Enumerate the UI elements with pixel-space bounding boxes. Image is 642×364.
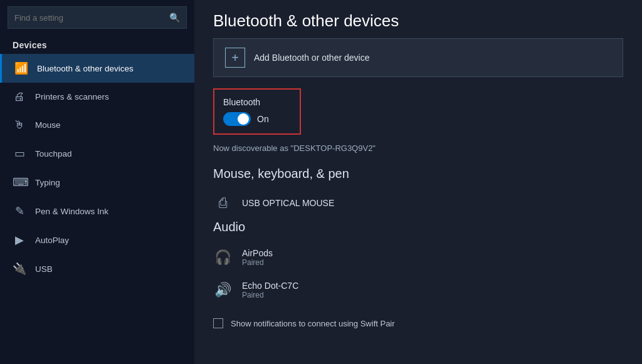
search-box[interactable]: 🔍 [8,6,187,29]
sidebar-item-typing[interactable]: ⌨ Typing [0,168,194,197]
main-content: Bluetooth & other devices + Add Bluetoot… [194,0,642,364]
device-name-airpods: AirPods [242,248,273,258]
swift-pair-row: Show notifications to connect using Swif… [213,312,623,328]
pen-icon: ✎ [13,204,26,218]
printer-icon: 🖨 [13,90,26,103]
sidebar-item-usb[interactable]: 🔌 USB [0,254,194,283]
bluetooth-icon: 📶 [14,61,28,75]
sidebar-item-label: Printers & scanners [35,92,109,101]
sidebar-item-label: Touchpad [35,149,72,159]
mouse-icon: 🖰 [13,118,26,132]
typing-icon: ⌨ [13,175,26,189]
sidebar-item-label: Bluetooth & other devices [37,64,134,73]
section-heading-mouse: Mouse, keyboard, & pen [213,167,623,181]
sidebar-item-pen[interactable]: ✎ Pen & Windows Ink [0,197,194,226]
sidebar-title: Devices [0,35,194,54]
device-item-echo: 🔊 Echo Dot-C7C Paired [213,276,623,304]
add-device-button[interactable]: + Add Bluetooth or other device [213,38,623,77]
swift-pair-checkbox[interactable] [213,318,223,328]
device-status-airpods: Paired [242,258,273,267]
usb-icon: 🔌 [13,262,26,276]
content-area: 🔍 Devices 📶 Bluetooth & other devices 🖨 … [0,0,642,364]
toggle-knob [238,113,249,125]
sidebar-item-printers[interactable]: 🖨 Printers & scanners [0,83,194,111]
add-device-label: Add Bluetooth or other device [254,53,369,63]
speaker-icon: 🔊 [213,282,232,298]
device-info-airpods: AirPods Paired [242,248,273,267]
sidebar-item-label: Mouse [35,120,61,130]
toggle-row: On [223,112,291,126]
sidebar-item-label: USB [35,264,53,274]
device-item-mouse: ⎙ USB OPTICAL MOUSE [213,190,623,216]
sidebar: 🔍 Devices 📶 Bluetooth & other devices 🖨 … [0,0,194,364]
bluetooth-toggle[interactable] [223,112,251,126]
sidebar-item-label: Typing [35,178,60,187]
sidebar-item-autoplay[interactable]: ▶ AutoPlay [0,226,194,254]
sidebar-nav: 📶 Bluetooth & other devices 🖨 Printers &… [0,54,194,364]
device-name-mouse: USB OPTICAL MOUSE [242,198,334,208]
section-heading-audio: Audio [213,220,623,234]
page-title: Bluetooth & other devices [194,0,642,38]
sidebar-item-mouse[interactable]: 🖰 Mouse [0,111,194,139]
section-content: + Add Bluetooth or other device Bluetoot… [194,38,642,341]
app-container: 🔍 Devices 📶 Bluetooth & other devices 🖨 … [0,0,642,364]
sidebar-item-bluetooth[interactable]: 📶 Bluetooth & other devices [0,54,194,83]
bluetooth-label: Bluetooth [223,97,291,107]
touchpad-icon: ▭ [13,147,26,160]
search-icon[interactable]: 🔍 [169,13,180,23]
sidebar-item-label: Pen & Windows Ink [35,207,108,216]
bluetooth-section: Bluetooth On [213,88,301,135]
toggle-state-label: On [257,114,269,124]
autoplay-icon: ▶ [13,233,26,247]
device-info-mouse: USB OPTICAL MOUSE [242,198,334,208]
device-item-airpods: 🎧 AirPods Paired [213,243,623,272]
device-name-echo: Echo Dot-C7C [242,281,298,291]
device-status-echo: Paired [242,291,298,299]
headphone-icon: 🎧 [213,249,232,266]
device-info-echo: Echo Dot-C7C Paired [242,281,298,299]
discoverable-text: Now discoverable as "DESKTOP-RG3Q9V2" [213,143,623,153]
keyboard-icon: ⎙ [213,195,232,211]
plus-icon: + [225,48,245,68]
sidebar-item-touchpad[interactable]: ▭ Touchpad [0,139,194,168]
swift-pair-label: Show notifications to connect using Swif… [231,319,395,328]
search-input[interactable] [14,13,169,23]
sidebar-item-label: AutoPlay [35,236,69,245]
